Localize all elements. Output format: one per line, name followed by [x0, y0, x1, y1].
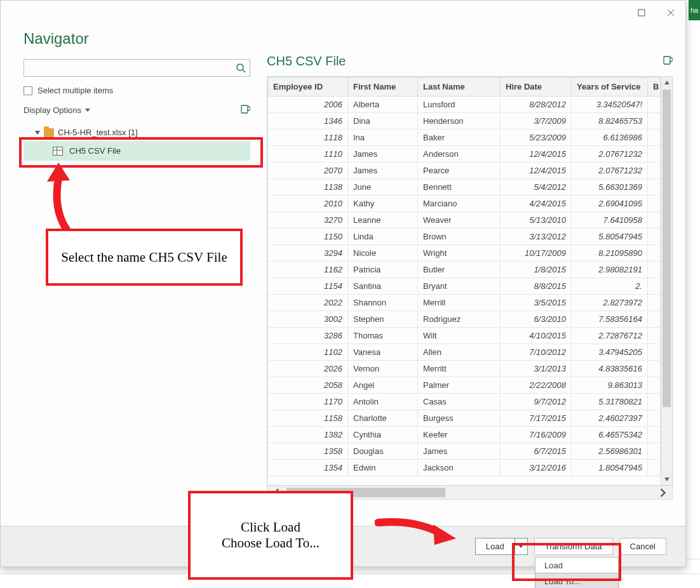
cell: Marciano: [418, 196, 501, 212]
select-multiple-row[interactable]: Select multiple items: [24, 86, 250, 95]
table-row[interactable]: 1110JamesAnderson12/4/20152.07671232: [268, 146, 661, 163]
cell: 1.80547945: [572, 460, 648, 476]
cell: Leanne: [348, 212, 418, 229]
cell: [648, 163, 661, 179]
cell: 2070: [268, 163, 348, 179]
cell: Bennett: [418, 179, 501, 196]
cell: [648, 113, 661, 130]
cell: [648, 196, 661, 212]
menu-item-load-to[interactable]: Load To...: [535, 573, 619, 588]
table-row[interactable]: 3270LeanneWeaver5/13/20107.6410958: [268, 212, 661, 229]
table-row[interactable]: 2070JamesPearce12/4/20152.07671232: [268, 163, 661, 179]
table-icon: [53, 147, 63, 156]
chevron-down-icon: [85, 109, 90, 112]
cell: 2.: [572, 278, 648, 295]
close-button[interactable]: [656, 3, 685, 22]
cell: Anderson: [418, 146, 501, 163]
table-row[interactable]: 1358DouglasJames6/7/20152.56986301: [268, 443, 661, 460]
table-row[interactable]: 2022ShannonMerrill3/5/20152.8273972: [268, 295, 661, 311]
menu-item-load[interactable]: Load: [535, 558, 618, 573]
table-row[interactable]: 2006AlbertaLunsford8/28/20123.34520547!: [268, 97, 661, 113]
caret-down-icon: [35, 131, 40, 135]
cell: [648, 146, 661, 163]
cell: 12/4/2015: [501, 146, 572, 163]
cell: Rodriguez: [418, 311, 501, 328]
table-row[interactable]: 1102VanesaAllen7/10/20123.47945205: [268, 344, 661, 361]
cell: Ina: [348, 130, 418, 146]
cell: 3/13/2012: [501, 229, 572, 245]
cell: Palmer: [418, 377, 501, 394]
column-header[interactable]: Hire Date: [501, 77, 572, 97]
display-options-dropdown[interactable]: Display Options: [24, 105, 90, 115]
table-row[interactable]: 1162PatriciaButler1/8/20152.98082191: [268, 262, 661, 278]
cell: Vanesa: [348, 344, 418, 361]
cell: Vernon: [348, 361, 418, 377]
search-icon[interactable]: [232, 60, 250, 76]
preview-refresh-icon[interactable]: [663, 55, 673, 67]
load-dropdown-toggle[interactable]: [515, 538, 528, 555]
cell: 1354: [268, 460, 348, 476]
table-row[interactable]: 1354EdwinJackson3/12/20161.80547945: [268, 460, 661, 476]
column-header[interactable]: Employee ID: [268, 77, 348, 97]
cell: 1150: [268, 229, 348, 245]
search-input[interactable]: [24, 63, 232, 73]
refresh-icon[interactable]: [240, 104, 250, 116]
cell: [648, 97, 661, 113]
cell: James: [348, 146, 418, 163]
cell: Lunsford: [418, 97, 501, 113]
checkbox-icon[interactable]: [24, 86, 32, 95]
scrollbar-thumb[interactable]: [663, 90, 671, 407]
maximize-button[interactable]: [627, 3, 656, 22]
table-row[interactable]: 1382CynthiaKeefer7/16/20096.46575342: [268, 427, 661, 443]
table-row[interactable]: 2058AngelPalmer2/22/20089.863013: [268, 377, 661, 394]
column-header[interactable]: Last Name: [418, 77, 501, 97]
table-row[interactable]: 1154SantinaBryant8/8/20152.: [268, 278, 661, 295]
load-split-button[interactable]: Load: [475, 538, 528, 555]
table-row[interactable]: 1150LindaBrown3/13/20125.80547945: [268, 229, 661, 245]
cancel-button[interactable]: Cancel: [619, 538, 666, 555]
cell: Henderson: [418, 113, 501, 130]
transform-data-button[interactable]: Transform Data: [534, 538, 613, 555]
cell: June: [348, 179, 418, 196]
table-row[interactable]: 3294NicoleWright10/17/20098.21095890: [268, 245, 661, 262]
table-row[interactable]: 1346DinaHenderson3/7/20098.82465753: [268, 113, 661, 130]
table-row[interactable]: 1118InaBaker5/23/20096.6136986: [268, 130, 661, 146]
cell: 3/7/2009: [501, 113, 572, 130]
cell: Jackson: [418, 460, 501, 476]
cell: Keefer: [418, 427, 501, 443]
tree-table-node[interactable]: CH5 CSV File: [24, 141, 250, 161]
column-header[interactable]: First Name: [348, 77, 418, 97]
table-row[interactable]: 1158CharlotteBurgess7/17/20152.46027397: [268, 410, 661, 427]
cell: Edwin: [348, 460, 418, 476]
cell: [648, 427, 661, 443]
annotation-callout: Click LoadChoose Load To...: [188, 491, 353, 580]
cell: 3294: [268, 245, 348, 262]
scroll-right-icon[interactable]: [653, 486, 672, 499]
cell: 2.8273972: [572, 295, 648, 311]
cell: 1158: [268, 410, 348, 427]
scroll-up-icon[interactable]: [661, 77, 672, 88]
cell: [648, 311, 661, 328]
cell: Wilt: [418, 328, 501, 344]
column-header[interactable]: Years of Service: [572, 77, 648, 97]
column-header[interactable]: B: [648, 77, 661, 97]
tree-file-node[interactable]: CH-5-HR_test.xlsx [1]: [24, 125, 250, 140]
cell: Merrill: [418, 295, 501, 311]
load-button[interactable]: Load: [475, 538, 515, 555]
table-row[interactable]: 1170AntolinCasas9/7/20125.31780821: [268, 394, 661, 410]
cell: 3/12/2016: [501, 460, 572, 476]
table-row[interactable]: 1138JuneBennett5/4/20125.66301369: [268, 179, 661, 196]
table-row[interactable]: 3002StephenRodriguez6/3/20107.58356164: [268, 311, 661, 328]
vertical-scrollbar[interactable]: [661, 77, 672, 485]
search-box[interactable]: [24, 59, 250, 77]
table-row[interactable]: 2026VernonMerritt3/1/20134.83835616: [268, 361, 661, 377]
cell: 1110: [268, 146, 348, 163]
cell: [648, 295, 661, 311]
scroll-down-icon[interactable]: [661, 474, 672, 485]
cell: 2.69041095: [572, 196, 648, 212]
table-row[interactable]: 2010KathyMarciano4/24/20152.69041095: [268, 196, 661, 212]
cell: Angel: [348, 377, 418, 394]
cell: Shannon: [348, 295, 418, 311]
table-row[interactable]: 3286ThomasWilt4/10/20152.72876712: [268, 328, 661, 344]
cell: Patricia: [348, 262, 418, 278]
